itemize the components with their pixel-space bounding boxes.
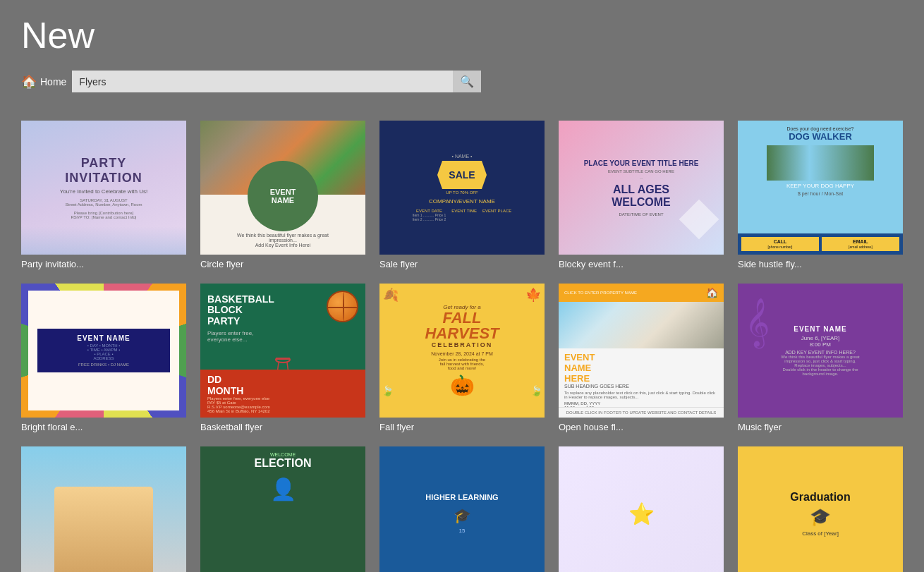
search-button[interactable]: 🔍 [453, 71, 481, 92]
template-label-openhouse: Open house fl... [559, 422, 724, 432]
template-label-party: Party invitatio... [21, 259, 186, 269]
template-item-circle[interactable]: EVENTNAME We think this beautiful flyer … [200, 121, 365, 269]
template-label-basketball: Basketball flyer [200, 422, 365, 432]
template-label-blocky: Blocky event f... [559, 259, 724, 269]
template-thumb-graduation: Graduation 🎓 Class of [Year] [738, 446, 903, 572]
template-thumb-circle: EVENTNAME We think this beautiful flyer … [200, 121, 365, 255]
template-label-circle: Circle flyer [200, 259, 365, 269]
template-label-floral: Bright floral e... [21, 422, 186, 432]
search-bar: 🏠 Home 🔍 [21, 71, 903, 92]
template-thumb-photo [21, 446, 186, 572]
template-thumb-sale: • NAME • SALE UP TO 70% OFF COMPANY/EVEN… [379, 121, 545, 255]
search-input-container: 🔍 [72, 71, 481, 92]
page-header: New 🏠 Home 🔍 [0, 0, 924, 114]
template-item-graduation[interactable]: Graduation 🎓 Class of [Year] [738, 446, 903, 572]
template-thumb-floral: EVENT NAME • DAY • MONTH •• TIME • AM/PM… [21, 284, 186, 418]
template-item-floral[interactable]: EVENT NAME • DAY • MONTH •• TIME • AM/PM… [21, 284, 186, 432]
template-item-basketball[interactable]: BASKETBALLBLOCKPARTY Players enter free,… [200, 284, 365, 432]
templates-grid-row1: PARTYINVITATION You're Invited to Celebr… [0, 114, 924, 284]
template-item-openhouse[interactable]: CLICK TO ENTER PROPERTY NAME 🏠 EVENTNAME… [559, 284, 724, 432]
home-label: Home [40, 76, 66, 87]
template-item-blocky[interactable]: PLACE YOUR EVENT TITLE HERE EVENT SUBTIT… [559, 121, 724, 269]
template-thumb-side: Does your dog need exercise? DOG WALKER … [738, 121, 903, 255]
template-item-election[interactable]: WELCOME ELECTION 👤 [200, 446, 365, 572]
templates-grid-row3: WELCOME ELECTION 👤 HIGHER LEARNING 🎓 15 [0, 439, 924, 572]
template-item-fall[interactable]: 🍂 🍁 🍃 🍃 Get ready for a FALLHARVEST CELE… [379, 284, 545, 432]
page-container: New 🏠 Home 🔍 PARTYINVITATION You're Invi… [0, 0, 924, 572]
template-item-sale[interactable]: • NAME • SALE UP TO 70% OFF COMPANY/EVEN… [379, 121, 545, 269]
template-thumb-blocky: PLACE YOUR EVENT TITLE HERE EVENT SUBTIT… [559, 121, 724, 255]
template-label-fall: Fall flyer [379, 422, 545, 432]
music-clef-icon: 𝄞 [745, 298, 770, 347]
template-item-star[interactable]: ⭐ [559, 446, 724, 572]
templates-grid-row2: EVENT NAME • DAY • MONTH •• TIME • AM/PM… [0, 276, 924, 446]
page-title: New [21, 14, 903, 56]
template-item-music[interactable]: 𝄞 EVENT NAME June 6, [YEAR]8:00 PM ADD K… [738, 284, 903, 432]
template-thumb-fall: 🍂 🍁 🍃 🍃 Get ready for a FALLHARVEST CELE… [379, 284, 545, 418]
template-thumb-party: PARTYINVITATION You're Invited to Celebr… [21, 121, 186, 255]
search-input[interactable] [72, 72, 453, 92]
template-thumb-music: 𝄞 EVENT NAME June 6, [YEAR]8:00 PM ADD K… [738, 284, 903, 418]
template-thumb-basketball: BASKETBALLBLOCKPARTY Players enter free,… [200, 284, 365, 418]
template-thumb-openhouse: CLICK TO ENTER PROPERTY NAME 🏠 EVENTNAME… [559, 284, 724, 418]
template-label-side: Side hustle fly... [738, 259, 903, 269]
template-thumb-election: WELCOME ELECTION 👤 [200, 446, 365, 572]
home-icon: 🏠 [21, 74, 37, 90]
template-label-music: Music flyer [738, 422, 903, 432]
template-item-photo[interactable] [21, 446, 186, 572]
template-label-sale: Sale flyer [379, 259, 545, 269]
search-icon: 🔍 [460, 75, 474, 87]
template-thumb-higher: HIGHER LEARNING 🎓 15 [379, 446, 545, 572]
template-item-side[interactable]: Does your dog need exercise? DOG WALKER … [738, 121, 903, 269]
template-item-higher[interactable]: HIGHER LEARNING 🎓 15 [379, 446, 545, 572]
template-item-party[interactable]: PARTYINVITATION You're Invited to Celebr… [21, 121, 186, 269]
home-button[interactable]: 🏠 Home [21, 74, 66, 90]
template-thumb-star: ⭐ [559, 446, 724, 572]
